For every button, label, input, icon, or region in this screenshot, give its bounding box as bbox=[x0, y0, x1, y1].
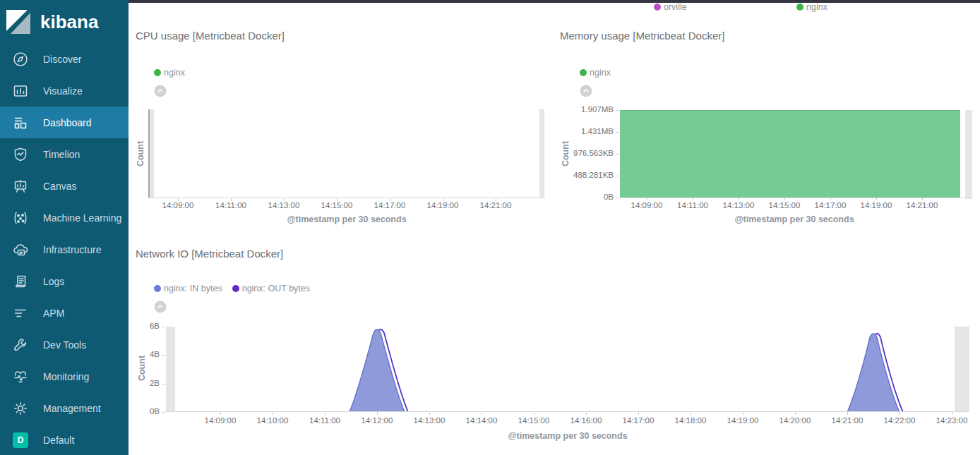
x-axis-title: @timestamp per 30 seconds bbox=[287, 214, 406, 224]
legend-item-nginx[interactable]: nginx bbox=[796, 2, 827, 12]
network-io-series bbox=[166, 324, 969, 412]
x-axis-line bbox=[166, 411, 969, 412]
logs-document-icon bbox=[12, 273, 29, 290]
y-axis-tick-label: 1.907MB bbox=[553, 105, 614, 114]
x-axis-tick-mark bbox=[231, 198, 232, 201]
x-axis-tick-mark bbox=[496, 198, 496, 201]
x-axis-tick-label: 14:12:00 bbox=[361, 416, 393, 425]
x-axis-tick-label: 14:11:00 bbox=[215, 201, 246, 210]
legend-dot-icon bbox=[154, 285, 161, 292]
sidebar-item-label: Canvas bbox=[43, 181, 76, 192]
apm-lines-icon bbox=[12, 305, 29, 322]
legend-collapse-chevron-icon[interactable] bbox=[580, 85, 592, 97]
chart-endzone-right bbox=[965, 110, 972, 199]
memory-chart-plot[interactable] bbox=[620, 110, 969, 198]
sidebar-item-infrastructure[interactable]: Infrastructure bbox=[0, 233, 129, 265]
x-axis-tick-mark bbox=[795, 412, 796, 415]
sidebar-item-apm[interactable]: APM bbox=[0, 297, 129, 329]
x-axis-tick-label: 14:13:00 bbox=[268, 201, 300, 210]
x-axis-tick-mark bbox=[482, 412, 482, 415]
x-axis-tick-mark bbox=[220, 412, 221, 415]
sidebar-item-label: Monitoring bbox=[43, 371, 89, 382]
sidebar-item-visualize[interactable]: Visualize bbox=[0, 75, 129, 107]
panel-network-io: Network IO [Metricbeat Docker] nginx: IN… bbox=[129, 243, 980, 455]
legend-collapse-chevron-icon[interactable] bbox=[154, 85, 167, 97]
sidebar-item-management[interactable]: Management bbox=[0, 392, 129, 424]
x-axis-tick-mark bbox=[638, 412, 639, 415]
legend-item-nginx[interactable]: nginx bbox=[580, 68, 611, 78]
legend-collapse-chevron-icon[interactable] bbox=[154, 301, 167, 313]
sidebar-item-dev-tools[interactable]: Dev Tools bbox=[0, 329, 129, 360]
sidebar-item-canvas[interactable]: Canvas bbox=[0, 170, 129, 202]
panel-title: CPU usage [Metricbeat Docker] bbox=[136, 30, 285, 42]
sidebar-item-dashboard[interactable]: Dashboard bbox=[0, 107, 129, 138]
kibana-logo[interactable]: kibana bbox=[0, 0, 129, 43]
legend-item-orville[interactable]: orville bbox=[654, 2, 687, 12]
legend-label: nginx bbox=[164, 68, 185, 78]
legend-dot-icon bbox=[654, 4, 661, 11]
discover-compass-icon bbox=[12, 51, 29, 68]
x-axis-tick-mark bbox=[847, 412, 848, 415]
x-axis-tick-mark bbox=[647, 198, 647, 200]
legend-item-nginx-in-bytes[interactable]: nginx: IN bytes bbox=[154, 284, 222, 293]
y-axis-tick-label: 488.281KB bbox=[553, 171, 614, 179]
x-axis-tick-mark bbox=[952, 412, 952, 415]
x-axis-tick-label: 14:20:00 bbox=[779, 416, 811, 425]
x-axis-tick-label: 14:17:00 bbox=[815, 201, 847, 210]
legend-label: nginx bbox=[590, 68, 611, 78]
sidebar-item-timelion[interactable]: Timelion bbox=[0, 138, 129, 170]
sidebar-item-label: Discover bbox=[43, 54, 81, 65]
legend-label: nginx: OUT bytes bbox=[242, 284, 310, 293]
x-axis-line bbox=[148, 198, 545, 198]
x-axis-tick-mark bbox=[922, 198, 923, 200]
infrastructure-cloud-icon bbox=[12, 241, 29, 258]
sidebar-item-discover[interactable]: Discover bbox=[0, 43, 129, 75]
y-axis-tick-label: 6B bbox=[129, 322, 160, 330]
sidebar-item-logs[interactable]: Logs bbox=[0, 265, 129, 297]
x-axis-tick-mark bbox=[284, 198, 285, 201]
legend-label: orville bbox=[664, 2, 687, 12]
legend-label: nginx: IN bytes bbox=[164, 284, 222, 293]
x-axis-tick-mark bbox=[273, 412, 273, 415]
sidebar-item-label: Infrastructure bbox=[43, 244, 101, 255]
sidebar-item-label: Logs bbox=[43, 276, 64, 287]
y-axis-tick-label: 4B bbox=[129, 350, 160, 358]
y-axis-tick-mark bbox=[616, 198, 619, 198]
x-axis-title: @timestamp per 30 seconds bbox=[508, 431, 627, 441]
sidebar-item-machine-learning[interactable]: Machine Learning bbox=[0, 202, 129, 233]
panel-cpu-usage: CPU usage [Metricbeat Docker] nginx Coun… bbox=[129, 21, 553, 243]
y-axis-tick-mark bbox=[616, 110, 619, 111]
y-axis-tick-label: 0B bbox=[129, 407, 160, 415]
legend-item-nginx-out-bytes[interactable]: nginx: OUT bytes bbox=[232, 284, 310, 293]
x-axis-tick-label: 14:23:00 bbox=[936, 416, 968, 425]
x-axis-tick-label: 14:11:00 bbox=[677, 201, 708, 210]
management-gear-icon bbox=[12, 400, 29, 417]
x-axis-tick-label: 14:13:00 bbox=[723, 201, 755, 210]
x-axis-tick-label: 14:21:00 bbox=[480, 201, 512, 210]
y-axis-tick-mark bbox=[162, 327, 165, 327]
panel-memory-usage: Memory usage [Metricbeat Docker] nginx C… bbox=[553, 21, 980, 243]
network-chart-plot[interactable] bbox=[166, 324, 969, 412]
x-axis-tick-label: 14:16:00 bbox=[570, 416, 602, 425]
y-axis-tick-label: 1.431MB bbox=[553, 127, 614, 135]
monitoring-heartbeat-icon bbox=[12, 368, 29, 385]
x-axis-tick-label: 14:09:00 bbox=[631, 201, 663, 210]
machine-learning-icon bbox=[12, 210, 29, 226]
x-axis-tick-mark bbox=[830, 198, 831, 200]
x-axis-tick-label: 14:17:00 bbox=[623, 416, 655, 425]
default-space-badge: D bbox=[13, 432, 28, 448]
legend-dot-icon bbox=[796, 4, 803, 11]
sidebar-item-monitoring[interactable]: Monitoring bbox=[0, 360, 129, 392]
legend-item-nginx[interactable]: nginx bbox=[154, 68, 185, 78]
sidebar-item-default[interactable]: D Default bbox=[0, 424, 129, 455]
scrolled-panel-legend: orville nginx bbox=[129, 2, 980, 13]
default-space-badge-wrap: D bbox=[12, 432, 29, 449]
x-axis-tick-mark bbox=[377, 412, 378, 415]
sidebar-item-label: Default bbox=[43, 435, 74, 446]
timelion-shield-icon bbox=[12, 146, 29, 163]
cpu-chart-plot[interactable] bbox=[148, 109, 545, 198]
x-axis-tick-mark bbox=[429, 412, 430, 415]
x-axis-tick-label: 14:15:00 bbox=[518, 416, 550, 425]
y-axis-title: Count bbox=[136, 141, 145, 166]
y-axis-tick-mark bbox=[616, 176, 619, 176]
